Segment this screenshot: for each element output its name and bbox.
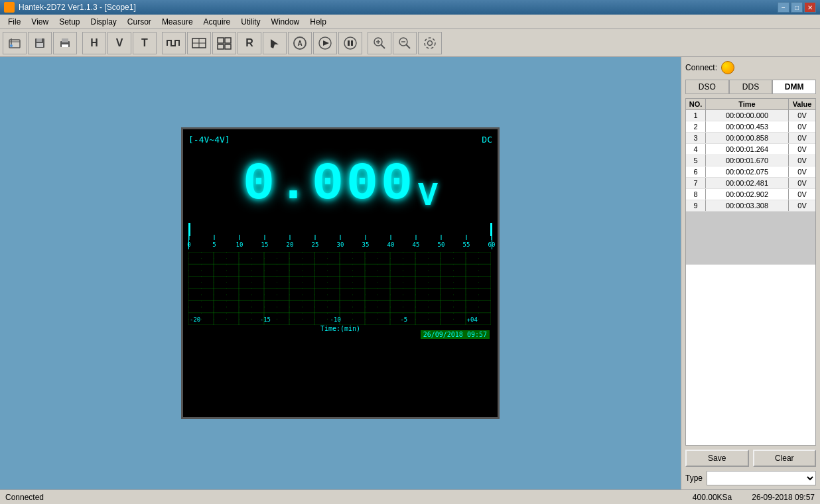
svg-rect-15 [225, 44, 231, 49]
t-button[interactable]: T [133, 32, 157, 54]
menu-setup[interactable]: Setup [54, 16, 85, 28]
menu-view[interactable]: View [26, 16, 54, 28]
menu-acquire[interactable]: Acquire [198, 16, 236, 28]
time-label: 5 [212, 241, 216, 248]
connect-row: Connect: [685, 61, 816, 74]
play-button[interactable] [313, 32, 337, 54]
svg-rect-14 [218, 44, 224, 49]
save-button[interactable]: Save [685, 450, 749, 467]
settings-button[interactable] [418, 32, 442, 54]
right-panel: Connect: DSO DDS DMM NO. Time Value 1 00… [681, 57, 820, 489]
time-label: 55 [463, 241, 470, 248]
tab-dds[interactable]: DDS [729, 80, 773, 94]
cursor-button[interactable] [263, 32, 287, 54]
menu-measure[interactable]: Measure [157, 16, 198, 28]
menu-cursor[interactable]: Cursor [122, 16, 157, 28]
cell-time: 00:00:00.000 [706, 110, 789, 121]
tab-dso[interactable]: DSO [685, 80, 729, 94]
menu-bar: File View Setup Display Cursor Measure A… [0, 15, 820, 29]
cell-value: 0V [789, 178, 815, 188]
cell-no: 1 [686, 110, 706, 121]
menu-file[interactable]: File [3, 16, 26, 28]
restore-button[interactable]: □ [791, 2, 803, 13]
menu-window[interactable]: Window [266, 16, 305, 28]
menu-utility[interactable]: Utility [236, 16, 265, 28]
cell-time: 00:00:01.670 [706, 155, 789, 166]
cell-value: 0V [789, 133, 815, 143]
cell-time: 00:00:02.481 [706, 178, 789, 188]
minimize-button[interactable]: − [778, 2, 789, 13]
table-row: 8 00:00:02.902 0V [686, 189, 815, 200]
svg-point-1 [10, 44, 13, 47]
lcd-display: 0.000 V [188, 147, 492, 220]
close-button[interactable]: ✕ [804, 2, 816, 13]
time-tick [315, 235, 316, 240]
scope-display: [-4V~4V] DC 0.000 V 05101520253035404550… [181, 127, 500, 419]
cell-no: 7 [686, 178, 706, 188]
time-label: 60 [488, 241, 496, 248]
type-row: Type [685, 471, 816, 485]
window-title: Hantek-2D72 Ver1.1.3 - [Scope1] [19, 3, 778, 12]
print-button[interactable] [53, 32, 77, 54]
cell-time: 00:00:02.902 [706, 189, 789, 200]
col-header-time: Time [706, 99, 789, 109]
cell-time: 00:00:00.453 [706, 121, 789, 132]
cell-no: 9 [686, 200, 706, 211]
svg-rect-5 [36, 43, 43, 47]
r-button[interactable]: R [238, 32, 261, 54]
h-button[interactable]: H [82, 32, 106, 54]
time-tick [214, 235, 214, 240]
type-select[interactable] [707, 471, 816, 485]
time-tick [366, 235, 366, 240]
svg-point-30 [428, 40, 433, 45]
x-label-3: -10 [330, 316, 341, 323]
cell-no: 5 [686, 155, 706, 166]
col-header-no: NO. [686, 99, 706, 109]
lcd-unit: V [418, 177, 438, 215]
time-axis: 051015202530354045505560 [188, 223, 492, 249]
x-label-2: -15 [260, 316, 271, 323]
time-label: 50 [438, 241, 445, 248]
auto-button[interactable]: A [288, 32, 312, 54]
table-row: 6 00:00:02.075 0V [686, 166, 815, 178]
tab-dmm[interactable]: DMM [772, 80, 816, 94]
col-header-value: Value [789, 99, 815, 109]
connect-label: Connect: [685, 63, 717, 72]
x-label-5: +04 [467, 316, 478, 323]
table-row: 7 00:00:02.481 0V [686, 178, 815, 189]
pause-button[interactable] [338, 32, 362, 54]
open-button[interactable] [3, 32, 27, 54]
menu-help[interactable]: Help [305, 16, 332, 28]
time-tick [466, 235, 467, 240]
mode1-button[interactable] [162, 32, 186, 54]
main-content: [-4V~4V] DC 0.000 V 05101520253035404550… [0, 57, 820, 489]
mode2-button[interactable] [187, 32, 211, 54]
mode3-button[interactable] [212, 32, 236, 54]
svg-rect-13 [225, 38, 231, 43]
table-row: 4 00:00:01.264 0V [686, 144, 815, 155]
cell-time: 00:00:02.075 [706, 166, 789, 177]
svg-rect-12 [218, 38, 224, 43]
cell-time: 00:00:03.308 [706, 200, 789, 211]
chart-time-label: Time:(min) [320, 325, 360, 332]
menu-display[interactable]: Display [86, 16, 122, 28]
x-label-4: -5 [400, 316, 407, 323]
v-button[interactable]: V [107, 32, 131, 54]
save-file-button[interactable] [28, 32, 52, 54]
svg-rect-7 [62, 38, 68, 42]
table-body: 1 00:00:00.000 0V 2 00:00:00.453 0V 3 00… [686, 110, 815, 212]
cell-value: 0V [789, 121, 815, 132]
svg-rect-22 [351, 40, 353, 46]
zoom-in-button[interactable] [368, 32, 391, 54]
clear-button[interactable]: Clear [753, 450, 817, 467]
svg-marker-19 [323, 40, 329, 46]
x-label-1: -20 [190, 316, 200, 323]
scope-mode: DC [482, 135, 492, 145]
cell-time: 00:00:01.264 [706, 144, 789, 155]
toolbar: H V T R A [0, 29, 820, 57]
cell-value: 0V [789, 200, 815, 211]
svg-rect-4 [36, 38, 42, 42]
time-bar-right [490, 223, 492, 236]
zoom-out-button[interactable] [393, 32, 417, 54]
table-row: 9 00:00:03.308 0V [686, 200, 815, 212]
